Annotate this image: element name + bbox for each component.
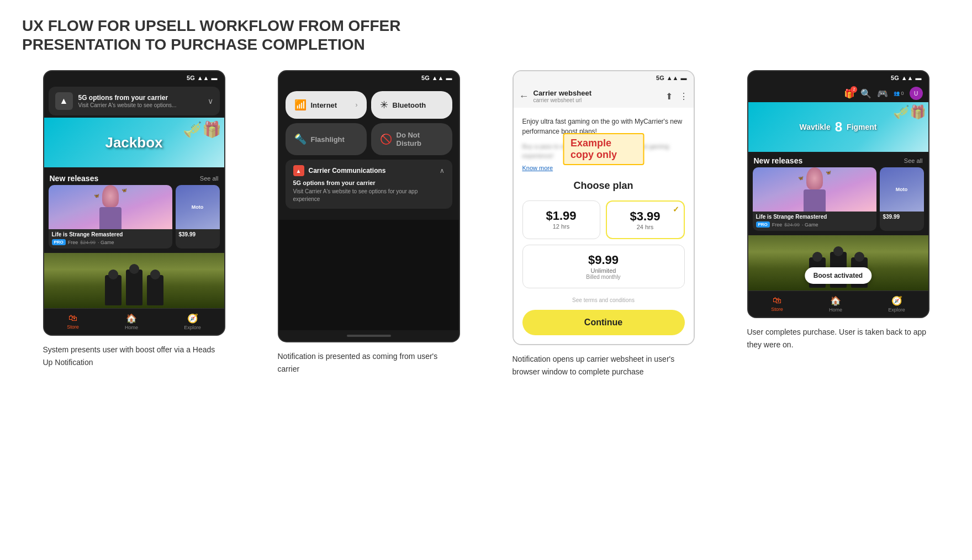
- screen1-nav-home[interactable]: 🏠 Home: [125, 313, 138, 330]
- screen1-notif-icon: ▲: [55, 92, 73, 110]
- screen4-5g-label: 5G: [891, 75, 899, 81]
- screen2-carrier-app: Carrier Communications: [309, 167, 435, 175]
- screen1-col: 5G ▲▲ ▬ ▲ 5G options from your carrier V…: [22, 70, 246, 368]
- screen3-terms[interactable]: See terms and conditions: [522, 297, 685, 303]
- user-avatar[interactable]: U: [910, 87, 923, 100]
- screen3-plan-1[interactable]: $1.99 12 hrs: [522, 200, 600, 239]
- store-icon: 🛍: [68, 313, 77, 323]
- screen2-tile-internet[interactable]: 📶 Internet ›: [286, 91, 367, 119]
- screen4-nav-home[interactable]: 🏠 Home: [829, 295, 842, 313]
- more-icon[interactable]: ⋮: [679, 91, 688, 102]
- screen3-plan1-price: $1.99: [531, 209, 592, 223]
- screen4-see-all[interactable]: See all: [904, 157, 923, 164]
- screen1-description: System presents user with boost offer vi…: [43, 344, 225, 368]
- screen4-signal-icon: ▲▲: [901, 75, 913, 81]
- screen2-tile-flashlight[interactable]: 🔦 Flashlight: [286, 123, 367, 155]
- screen4-game-type: · Game: [802, 222, 818, 228]
- screen1-section-title: New releases: [50, 174, 99, 183]
- flashlight-icon: 🔦: [294, 133, 307, 145]
- screen1-bottom-nav: 🛍 Store 🏠 Home 🧭 Explore: [44, 308, 224, 335]
- screen4-lis-meta: PRO Free $24.99 · Game: [756, 221, 873, 228]
- screen3-continue-button[interactable]: Continue: [522, 310, 685, 335]
- screen3-plan1-duration: 12 hrs: [531, 223, 592, 230]
- screen4-bottom-banner: Boost activated: [748, 235, 928, 290]
- screen4-phone: 5G ▲▲ ▬ 🎁 🔍 🎮 👥 0 U Wavtikle 8 Figment: [747, 70, 929, 318]
- screen1-lis-name: Life is Strange Remastered: [52, 231, 169, 237]
- screen4-game-card-moto[interactable]: Moto $39.99: [880, 167, 924, 231]
- screen3-signal-icon: ▲▲: [667, 75, 679, 81]
- bluetooth-icon: ✳: [380, 99, 388, 111]
- screen2-signal-icon: ▲▲: [432, 75, 444, 81]
- screen1-character: 🦋 🦋: [94, 185, 127, 229]
- screen4-battery-icon: ▬: [916, 75, 922, 81]
- soldier-2: [126, 270, 142, 305]
- screen3-choose-plan: Choose plan: [522, 180, 685, 192]
- friends-count: 0: [901, 91, 904, 96]
- screen4-pro-badge: PRO: [756, 221, 770, 228]
- screen3-plan2-price: $3.99: [615, 209, 676, 224]
- screen2-tile-bluetooth[interactable]: ✳ Bluetooth: [371, 91, 452, 119]
- wifi-icon: 📶: [294, 99, 307, 111]
- screen1-battery-icon: ▬: [212, 75, 218, 81]
- boost-activated-toast: Boost activated: [805, 267, 871, 284]
- home-bar: [347, 335, 391, 337]
- screen4-section-header: New releases See all: [748, 152, 928, 167]
- back-button[interactable]: ←: [519, 91, 529, 102]
- share-icon[interactable]: ⬆: [665, 91, 673, 102]
- screen4-nav-store[interactable]: 🛍 Store: [771, 295, 783, 313]
- search-icon[interactable]: 🔍: [860, 88, 871, 99]
- screen1-nav-store[interactable]: 🛍 Store: [67, 313, 79, 330]
- screen3-plan-3[interactable]: $9.99 Unlimited Billed monthly: [522, 245, 685, 288]
- screen4-lis-name: Life is Strange Remastered: [756, 214, 873, 220]
- screen1-5g-label: 5G: [187, 75, 195, 81]
- screen1-bottom-banner: [44, 253, 224, 308]
- home-icon: 🏠: [126, 313, 137, 324]
- screen2-description: Notification is presented as coming from…: [278, 350, 460, 375]
- page-title: UX FLOW FOR UPSELL WORKFLOW FROM OFFER P…: [22, 17, 519, 54]
- screen1-notif-title: 5G options from your carrier: [78, 94, 202, 102]
- screen4-game-card-lis[interactable]: 🦋 🦋 Life is Strange Remastered PRO Free …: [753, 167, 876, 231]
- screen2-5g-label: 5G: [421, 75, 430, 81]
- screen4-hero-banner: Wavtikle 8 Figment 🎺🎁: [748, 102, 928, 152]
- screen4-store-icon: 🛍: [773, 295, 781, 305]
- friends-icon: 👥: [894, 91, 900, 96]
- screen2-tile-dnd-label: Do Not Disturb: [397, 131, 443, 147]
- screen1-lis-image: 🦋 🦋: [49, 185, 172, 229]
- screen1-section-header: New releases See all: [44, 170, 224, 185]
- screen2-tile-dnd[interactable]: 🚫 Do Not Disturb: [371, 123, 452, 155]
- screen3-desc-with-overlay: Buy a pass to enjoy ultra fast rates for…: [522, 142, 685, 160]
- screen4-price-original: $24.99: [784, 222, 800, 228]
- screen2-tile-flashlight-label: Flashlight: [311, 135, 345, 144]
- screen1-nav-explore[interactable]: 🧭 Explore: [184, 313, 201, 330]
- screen2-phone: 5G ▲▲ ▬ 📶 Internet › ✳ Bluetooth: [278, 70, 460, 342]
- screen4-nav-explore-label: Explore: [888, 307, 905, 313]
- screen4-home-icon: 🏠: [830, 295, 841, 306]
- screen1-game-card-moto[interactable]: Moto $39.99: [176, 185, 220, 249]
- screen2-qs-row1: 📶 Internet › ✳ Bluetooth: [286, 91, 452, 119]
- screen1-hero-banner: 🎺🎁 Jackbox: [44, 118, 224, 167]
- screen3-plan3-duration: Unlimited: [531, 267, 677, 274]
- screen1-game-card-lis[interactable]: 🦋 🦋 Life is Strange Remastered PRO Free …: [49, 185, 172, 249]
- screen2-status-bar: 5G ▲▲ ▬: [279, 71, 459, 84]
- screen1-notification[interactable]: ▲ 5G options from your carrier Visit Car…: [49, 87, 220, 115]
- screen3-plan-2[interactable]: $3.99 24 hrs: [606, 200, 685, 239]
- screen3-browser-header: ← Carrier websheet carrier websheet url …: [514, 84, 694, 108]
- screen1-notif-text: 5G options from your carrier Visit Carri…: [78, 94, 202, 108]
- screen1-see-all[interactable]: See all: [200, 175, 219, 182]
- explore-icon: 🧭: [187, 313, 198, 324]
- screen4-nav-store-label: Store: [771, 307, 783, 312]
- screen1-status-bar: 5G ▲▲ ▬: [44, 71, 224, 84]
- screen3-plan2-duration: 24 hrs: [615, 224, 676, 230]
- screen3-carrier-body: Enjoy ultra fast gaming on the go with M…: [514, 108, 694, 344]
- screen4-status-bar: 5G ▲▲ ▬: [748, 71, 928, 84]
- screen2-dark-area: [279, 220, 459, 330]
- screen3-status-bar: 5G ▲▲ ▬: [514, 71, 694, 84]
- screen2-carrier-notification[interactable]: ▲ Carrier Communications ∧ 5G options fr…: [286, 160, 452, 209]
- game-controller-icon: 🎮: [877, 88, 888, 99]
- screen2-notif-title: 5G options from your carrier: [293, 179, 445, 186]
- screen4-nav-explore[interactable]: 🧭 Explore: [888, 295, 905, 313]
- soldier-group: [105, 270, 163, 305]
- screen2-quick-settings: 📶 Internet › ✳ Bluetooth 🔦 Flashlight: [279, 84, 459, 215]
- screen2-qs-row2: 🔦 Flashlight 🚫 Do Not Disturb: [286, 123, 452, 155]
- screen1-hero-text: Jackbox: [105, 134, 162, 151]
